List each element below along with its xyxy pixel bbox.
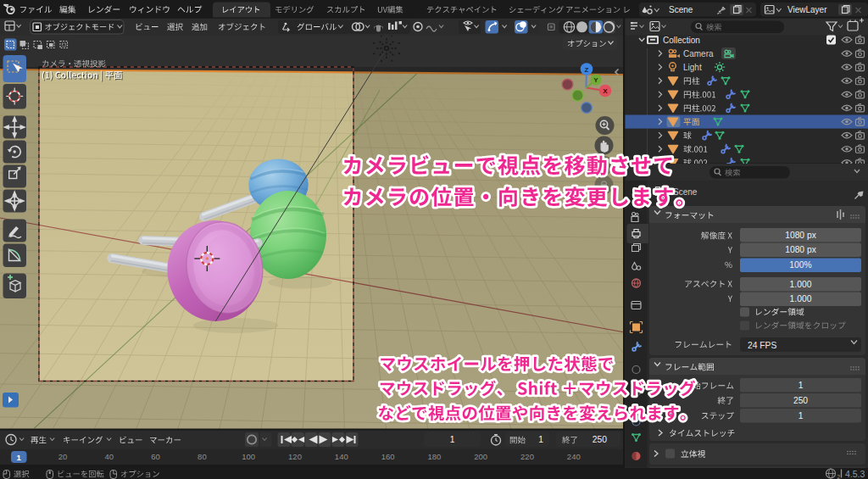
svg-text:1: 1 [798,381,804,390]
svg-text:250: 250 [793,396,808,405]
svg-text:240: 240 [567,452,581,461]
svg-text:24 FPS: 24 FPS [748,341,776,350]
svg-text:2: 2 [837,474,841,479]
svg-text:1080 px: 1080 px [785,231,816,240]
svg-text:Z: Z [585,66,589,74]
svg-text:1.000: 1.000 [790,294,812,304]
svg-text:1: 1 [450,435,455,444]
svg-text:Y: Y [593,76,598,84]
svg-text:Light: Light [683,63,702,72]
svg-text:120: 120 [288,452,302,461]
svg-text:20: 20 [58,452,68,461]
svg-text:100%: 100% [789,260,811,270]
svg-text:80: 80 [198,452,207,461]
svg-text:ViewLayer: ViewLayer [787,5,827,14]
svg-text:X: X [603,87,608,95]
svg-text:220: 220 [520,452,534,461]
svg-text:1: 1 [17,453,22,462]
svg-text:160: 160 [381,452,395,461]
svg-text:1: 1 [798,411,804,421]
svg-text:60: 60 [151,452,160,461]
svg-text:250: 250 [593,435,607,444]
svg-text:40: 40 [105,452,114,461]
svg-text:Collection: Collection [663,36,700,45]
svg-text:Scene: Scene [673,187,698,197]
svg-text:180: 180 [427,452,441,461]
svg-text:140: 140 [335,452,348,461]
svg-text:4.5.3: 4.5.3 [845,469,865,479]
svg-text:1.000: 1.000 [790,280,812,289]
svg-text:Scene: Scene [669,5,693,14]
svg-text:Camera: Camera [683,49,714,58]
svg-text:100: 100 [242,452,255,461]
svg-text:200: 200 [474,452,487,461]
svg-text:1080 px: 1080 px [785,245,816,254]
svg-text:1: 1 [538,435,543,444]
